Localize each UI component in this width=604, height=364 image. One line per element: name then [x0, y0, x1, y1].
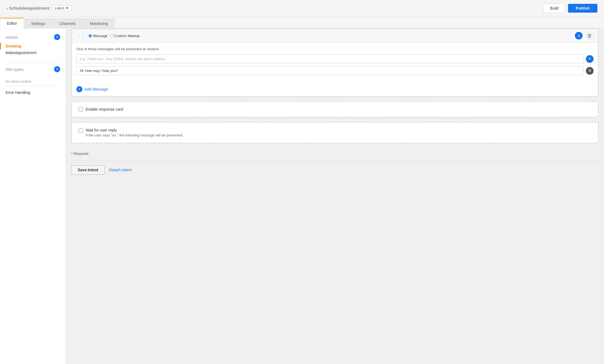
wait-desc: If the user says "no," the following mes…: [86, 133, 183, 137]
wait-card-top: Wait for user reply If the user says "no…: [79, 128, 591, 137]
add-message-icon: +: [76, 86, 82, 92]
app-title: ScheduleAppointment: [9, 6, 49, 10]
detach-intent-button[interactable]: Detach intent: [109, 168, 132, 172]
add-message-row[interactable]: + Add Message: [72, 82, 598, 96]
save-intent-button[interactable]: Save Intent: [71, 165, 105, 175]
slot-types-title: Slot types: [5, 67, 24, 72]
footer-actions: Save Intent Detach intent: [71, 161, 599, 175]
top-bar: ‹ ScheduleAppointment Latest ▼ Build Pub…: [0, 0, 604, 16]
slot-types-header: Slot types +: [5, 66, 60, 72]
message-option-label: Message: [93, 34, 108, 38]
sidebar: Intents + Greeting MakeAppointment Slot …: [0, 29, 66, 364]
intents-header: Intents +: [5, 34, 60, 40]
filled-input-row: ✕: [76, 66, 594, 75]
response-card: Enable response card: [71, 101, 599, 117]
version-dropdown[interactable]: Latest ▼: [52, 5, 71, 11]
drag-handle-icon[interactable]: ⋮⋮: [76, 33, 85, 38]
add-intent-button[interactable]: +: [54, 34, 60, 40]
message-type-radio-group: Message Custom Markup: [88, 34, 140, 38]
message-info-button[interactable]: ℹ: [575, 32, 583, 40]
main-layout: Intents + Greeting MakeAppointment Slot …: [0, 29, 604, 364]
custom-markup-radio-label[interactable]: Custom Markup: [110, 34, 140, 38]
message-card-header: ⋮⋮ Message Custom Markup ℹ 🗑: [72, 29, 598, 43]
enable-response-card-label: Enable response card: [86, 107, 123, 111]
tab-monitoring[interactable]: Monitoring: [83, 18, 114, 29]
response-card-body: Enable response card: [72, 102, 598, 117]
filled-message-input[interactable]: [76, 66, 584, 75]
wait-title: Wait for user reply: [86, 128, 183, 132]
message-card-body: One of these messages will be presented …: [72, 43, 598, 82]
enable-response-card-checkbox[interactable]: [79, 107, 83, 111]
sidebar-divider-2: [5, 86, 60, 86]
tab-channels[interactable]: Channels: [52, 18, 82, 29]
custom-markup-option-label: Custom Markup: [114, 34, 140, 38]
no-slots-label: No slots created: [0, 79, 66, 83]
placeholder-message-input[interactable]: [76, 54, 584, 63]
sidebar-item-makeappointment[interactable]: MakeAppointment: [5, 49, 60, 56]
sidebar-item-greeting[interactable]: Greeting: [0, 43, 60, 49]
sidebar-item-error-handling[interactable]: Error Handling: [5, 89, 60, 96]
wait-for-reply-checkbox[interactable]: [79, 128, 83, 133]
custom-markup-radio[interactable]: [110, 34, 113, 38]
back-button[interactable]: ‹ ScheduleAppointment: [7, 6, 49, 10]
top-bar-right: Build Publish: [544, 4, 597, 13]
add-slot-button[interactable]: +: [54, 66, 60, 72]
back-arrow-icon: ‹: [7, 6, 8, 10]
intents-title: Intents: [5, 35, 18, 40]
message-radio[interactable]: [88, 34, 92, 38]
random-note: One of these messages will be presented …: [76, 47, 594, 51]
message-delete-button[interactable]: 🗑: [586, 32, 594, 40]
required-note: * Required: [71, 148, 599, 158]
top-bar-left: ‹ ScheduleAppointment Latest ▼: [7, 5, 71, 11]
message-card: ⋮⋮ Message Custom Markup ℹ 🗑 One of thes: [71, 29, 599, 97]
publish-button[interactable]: Publish: [568, 4, 597, 13]
error-handling-section: Error Handling: [0, 89, 66, 100]
add-placeholder-message-button[interactable]: +: [586, 55, 594, 63]
tabs-bar: Editor Settings Channels Monitoring: [0, 16, 604, 29]
wait-reply-card: Wait for user reply If the user says "no…: [71, 122, 599, 143]
chevron-down-icon: ▼: [65, 6, 69, 10]
build-button[interactable]: Build: [544, 4, 565, 13]
remove-message-button[interactable]: ✕: [586, 67, 594, 75]
wait-card-text: Wait for user reply If the user says "no…: [86, 128, 183, 137]
wait-card-body: Wait for user reply If the user says "no…: [72, 122, 598, 143]
add-message-label: Add Message: [85, 87, 108, 91]
placeholder-input-row: +: [76, 54, 594, 63]
sidebar-divider-1: [5, 63, 60, 63]
version-label: Latest: [55, 6, 64, 10]
main-content: ⋮⋮ Message Custom Markup ℹ 🗑 One of thes: [66, 29, 604, 364]
intents-section: Intents + Greeting MakeAppointment: [0, 34, 66, 60]
tab-settings[interactable]: Settings: [24, 18, 52, 29]
message-radio-label[interactable]: Message: [88, 34, 108, 38]
slot-types-section: Slot types +: [0, 66, 66, 79]
tab-editor[interactable]: Editor: [0, 18, 24, 29]
